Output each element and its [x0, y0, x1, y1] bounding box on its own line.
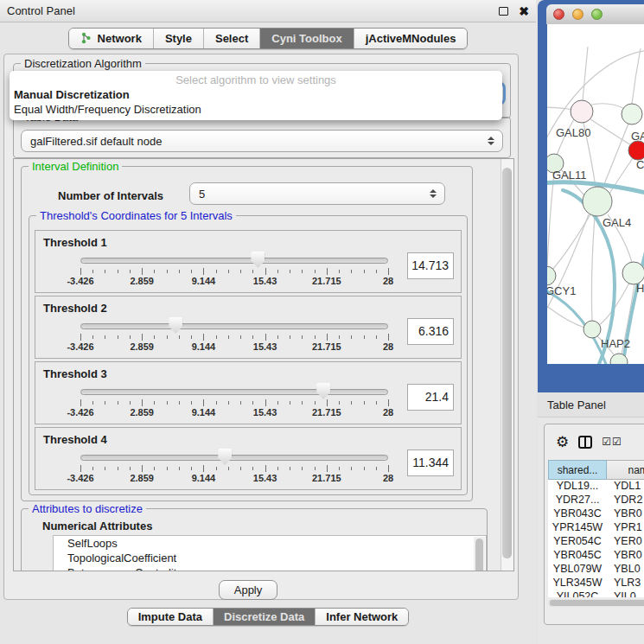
tick-mark — [216, 335, 217, 339]
threshold-value-field[interactable]: 11.344 — [407, 450, 454, 476]
threshold-coordinates-title: Threshold's Coordinates for 5 Intervals — [36, 209, 236, 222]
numerical-attributes-list[interactable]: SelfLoopsTopologicalCoefficientBetweenne… — [53, 535, 487, 571]
attributes-group-title: Attributes to discretize — [29, 502, 146, 515]
network-node-gal80[interactable] — [571, 100, 593, 123]
attributes-scrollbar-thumb[interactable] — [475, 539, 483, 571]
close-window-icon[interactable] — [553, 9, 564, 20]
node-label-gal80: GAL80 — [556, 126, 590, 139]
combo-stepper-icon — [488, 137, 494, 145]
slider-ticks — [80, 399, 388, 406]
close-panel-icon[interactable]: ✖ — [519, 7, 529, 16]
slider-track[interactable] — [80, 455, 388, 461]
slider-handle[interactable] — [218, 449, 232, 465]
top-tab-cyni-toolbox[interactable]: Cyni Toolbox — [260, 29, 354, 48]
bottom-tab-impute-data[interactable]: Impute Data — [128, 609, 214, 625]
apply-button[interactable]: Apply — [219, 580, 277, 600]
table-row[interactable]: YLR345WYLR3 — [548, 577, 644, 590]
name-cell: YDL1 — [607, 480, 644, 494]
column-header-name[interactable]: name — [607, 460, 644, 480]
tick-mark — [228, 270, 229, 273]
tick-mark — [191, 401, 192, 405]
threshold-value-field[interactable]: 6.316 — [407, 318, 454, 345]
columns-icon[interactable] — [578, 436, 592, 449]
slider-handle[interactable] — [169, 317, 182, 334]
table-row[interactable]: YDR27...YDR2 — [548, 494, 644, 507]
tick-mark — [167, 270, 168, 273]
tick-mark — [277, 335, 278, 339]
table-row[interactable]: YDL19...YDL1 — [548, 480, 644, 494]
tick-mark — [142, 334, 143, 341]
network-node-hap2[interactable] — [583, 321, 601, 338]
table-row[interactable]: YER054CYER0 — [548, 535, 644, 549]
network-node-c[interactable] — [628, 141, 644, 160]
slider-track[interactable] — [80, 323, 388, 329]
tick-mark — [240, 467, 241, 470]
name-cell: YIL0 — [607, 590, 644, 597]
tick-mark — [265, 465, 266, 472]
top-tab-label: Select — [215, 32, 248, 45]
node-label-gal11: GAL11 — [552, 169, 587, 182]
tick-label: 15.43 — [253, 276, 277, 286]
table-data-combobox[interactable]: galFiltered.sif default node — [21, 130, 503, 152]
tick-mark — [351, 401, 352, 405]
zoom-window-icon[interactable] — [591, 9, 603, 20]
tick-mark — [154, 270, 155, 273]
list-item-selfloops[interactable]: SelfLoops — [54, 536, 486, 551]
slider-handle[interactable] — [316, 383, 330, 399]
network-node-gcy1[interactable] — [547, 266, 556, 285]
top-tab-select[interactable]: Select — [204, 29, 260, 48]
network-canvas[interactable]: GAL80GACGAL11GAL4GCY1HHAP2 — [547, 24, 644, 364]
node-table: shared...name YDL19...YDL1YDR27...YDR2YB… — [548, 460, 644, 597]
attributes-list-scrollbar[interactable] — [474, 537, 485, 571]
list-item-betweennesscentrality[interactable]: BetweennessCentrality — [54, 565, 486, 571]
tick-mark — [339, 467, 340, 470]
network-view-window: GAL80GACGAL11GAL4GCY1HHAP2 — [538, 0, 644, 392]
network-node-ga[interactable] — [622, 104, 642, 124]
gear-icon[interactable]: ⚙ — [556, 435, 569, 450]
name-cell: YBR0 — [607, 549, 644, 563]
slider-track[interactable] — [80, 389, 388, 395]
algorithm-option-manual[interactable]: Manual Discretization — [14, 88, 130, 101]
tick-label: -3.426 — [67, 276, 93, 286]
slider-handle[interactable] — [251, 252, 265, 268]
table-row[interactable]: YBR043CYBR0 — [548, 507, 644, 521]
threshold-label: Threshold 2 — [43, 302, 107, 315]
number-of-intervals-combobox[interactable]: 5 — [189, 182, 445, 205]
minimize-window-icon[interactable] — [572, 9, 583, 20]
table-row[interactable]: YBL079WYBL0 — [548, 563, 644, 577]
settings-vertical-scrollbar[interactable] — [501, 159, 513, 571]
tick-mark — [252, 270, 253, 273]
tick-mark — [376, 335, 377, 339]
threshold-value-field[interactable]: 21.4 — [407, 384, 454, 411]
slider-track[interactable] — [80, 258, 388, 264]
list-item-topologicalcoefficient[interactable]: TopologicalCoefficient — [54, 551, 486, 565]
threshold-value-field[interactable]: 14.713 — [407, 252, 454, 279]
table-row[interactable]: YBR045CYBR0 — [548, 549, 644, 563]
top-tab-style[interactable]: Style — [154, 29, 204, 48]
tick-mark — [302, 270, 303, 273]
network-edge — [547, 214, 589, 316]
tick-mark — [167, 401, 168, 405]
tick-mark — [179, 401, 180, 405]
bottom-tab-discretize-data[interactable]: Discretize Data — [214, 609, 316, 625]
table-row[interactable]: YPR145WYPR1 — [548, 521, 644, 535]
algorithm-option-equal-width[interactable]: Equal Width/Frequency Discretization — [14, 103, 201, 116]
settings-scrollbar-thumb[interactable] — [502, 168, 512, 558]
table-row[interactable]: YIL052CYIL0 — [548, 590, 644, 597]
bottom-tab-infer-network[interactable]: Infer Network — [316, 609, 408, 625]
table-horizontal-scrollbar[interactable] — [548, 599, 644, 607]
float-panel-icon[interactable] — [499, 7, 508, 16]
tick-mark — [277, 467, 278, 470]
select-checkboxes-icon[interactable]: ☑☑ — [602, 436, 622, 448]
tick-label: -3.426 — [67, 341, 93, 352]
threshold-label: Threshold 3 — [43, 367, 107, 380]
tick-label: 15.43 — [253, 407, 277, 418]
network-node-gal4[interactable] — [583, 187, 612, 216]
shared-name-cell: YDL19... — [548, 480, 607, 494]
table-hscrollbar-thumb[interactable] — [550, 600, 644, 606]
top-tab-network[interactable]: Network — [69, 29, 154, 48]
column-header-shared[interactable]: shared... — [548, 460, 607, 480]
network-edge — [603, 124, 628, 188]
top-tab-jactivemnodules[interactable]: jActiveMNodules — [354, 29, 468, 48]
top-tabs: NetworkStyleSelectCyni ToolboxjActiveMNo… — [68, 28, 469, 49]
